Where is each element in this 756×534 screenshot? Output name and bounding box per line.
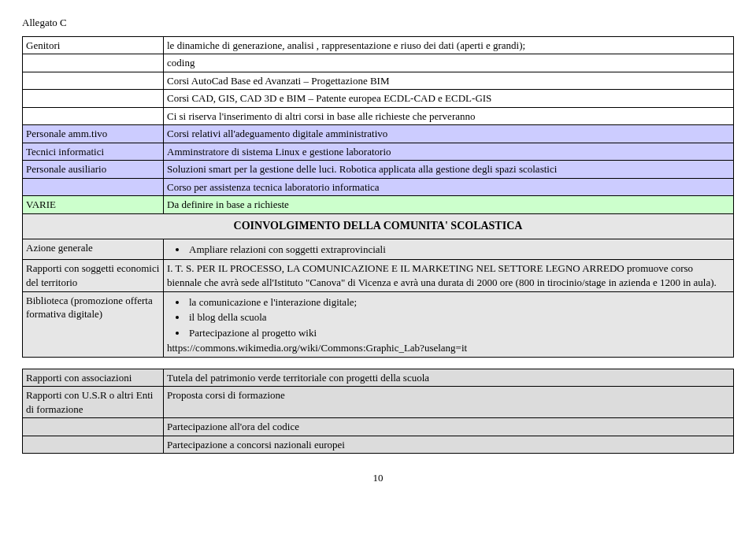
list-item: Partecipazione al progetto wiki xyxy=(187,326,730,340)
main-table: Genitori le dinamiche di generazione, an… xyxy=(22,36,734,358)
row-label xyxy=(23,436,164,454)
row-text: Da definire in base a richieste xyxy=(164,196,734,214)
row-label: Rapporti con associazioni xyxy=(23,369,164,387)
row-text: le dinamiche di generazione, analisi , r… xyxy=(164,36,734,54)
row-label: Tecnici informatici xyxy=(23,143,164,161)
row-text: I. T. S. PER IL PROCESSO, LA COMUNICAZIO… xyxy=(164,260,734,291)
page-header: Allegato C xyxy=(22,16,734,30)
table-gap xyxy=(22,358,734,369)
row-label xyxy=(23,418,164,436)
row-text: Corso per assistenza tecnica laboratorio… xyxy=(164,178,734,196)
row-text: Corsi AutoCad Base ed Avanzati – Progett… xyxy=(164,72,734,90)
row-text: Ci si riserva l'inserimento di altri cor… xyxy=(164,107,734,125)
row-label: VARIE xyxy=(23,196,164,214)
row-label: Personale amm.tivo xyxy=(23,125,164,143)
row-label: Biblioteca (promozione offerta formativa… xyxy=(23,291,164,357)
row-label: Rapporti con U.S.R o altri Enti di forma… xyxy=(23,387,164,418)
secondary-table: Rapporti con associazioni Tutela del pat… xyxy=(22,369,734,454)
row-text: Ampliare relazioni con soggetti extrapro… xyxy=(164,239,734,260)
row-text: Partecipazione all'ora del codice xyxy=(164,418,734,436)
row-text: Partecipazione a concorsi nazionali euro… xyxy=(164,436,734,454)
row-label: Azione generale xyxy=(23,239,164,260)
row-label xyxy=(23,178,164,196)
url-text: https://commons.wikimedia.org/wiki/Commo… xyxy=(167,342,467,354)
row-label xyxy=(23,54,164,72)
row-text: Amminstratore di sistema Linux e gestion… xyxy=(164,143,734,161)
row-text: Soluzioni smart per la gestione delle lu… xyxy=(164,161,734,179)
row-text: Proposta corsi di formazione xyxy=(164,387,734,418)
row-label xyxy=(23,107,164,125)
row-label xyxy=(23,90,164,108)
row-text: Tutela del patrimonio verde territoriale… xyxy=(164,369,734,387)
row-label: Genitori xyxy=(23,36,164,54)
page-number: 10 xyxy=(22,471,734,485)
row-label xyxy=(23,72,164,90)
row-text: la comunicazione e l'interazione digital… xyxy=(164,291,734,357)
list-item: il blog della scuola xyxy=(187,310,730,324)
row-text: Corsi CAD, GIS, CAD 3D e BIM – Patente e… xyxy=(164,90,734,108)
list-item: la comunicazione e l'interazione digital… xyxy=(187,295,730,310)
section-heading: COINVOLGIMENTO DELLA COMUNITA' SCOLASTIC… xyxy=(23,214,734,239)
list-item: Ampliare relazioni con soggetti extrapro… xyxy=(187,243,730,257)
row-text: coding xyxy=(164,54,734,72)
row-label: Personale ausiliario xyxy=(23,161,164,179)
row-text: Corsi relativi all'adeguamento digitale … xyxy=(164,125,734,143)
row-label: Rapporti con soggetti economici del terr… xyxy=(23,260,164,291)
